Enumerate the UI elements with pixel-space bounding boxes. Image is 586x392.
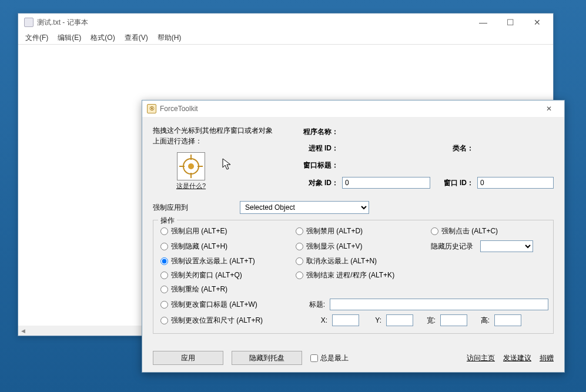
crosshair-icon: [178, 153, 205, 180]
menu-edit[interactable]: 编辑(E): [53, 32, 86, 44]
whatis-link[interactable]: 这是什么?: [176, 182, 206, 189]
svg-point-1: [188, 163, 194, 169]
ft-close-button[interactable]: ✕: [535, 101, 562, 116]
crosshair-picker[interactable]: [177, 152, 205, 180]
menu-file[interactable]: 文件(F): [21, 32, 53, 44]
radio-change-title[interactable]: 强制更改窗口标题 (ALT+W): [160, 299, 296, 310]
forcetoolkit-window: ⦿ ForceToolkit ✕ 拖拽这个光标到其他程序窗口或者对象上面进行选择…: [142, 100, 565, 373]
link-send-suggestion[interactable]: 发送建议: [503, 353, 531, 363]
label-x: X:: [318, 316, 327, 324]
close-button[interactable]: ✕: [524, 14, 551, 31]
notepad-titlebar[interactable]: 测试.txt - 记事本 — ☐ ✕: [18, 14, 553, 31]
hide-to-tray-button[interactable]: 隐藏到托盘: [232, 351, 302, 365]
radio-force-enable[interactable]: 强制启用 (ALT+E): [160, 226, 296, 236]
operations-label: 操作: [158, 216, 177, 226]
radio-force-disable[interactable]: 强制禁用 (ALT+D): [296, 226, 431, 236]
maximize-button[interactable]: ☐: [497, 14, 524, 31]
ft-body: 拖拽这个光标到其他程序窗口或者对象上面进行选择： 这是什么?: [142, 117, 564, 372]
scroll-left-icon[interactable]: ◀: [18, 326, 28, 336]
radio-force-close[interactable]: 强制关闭窗口 (ALT+Q): [160, 270, 296, 280]
link-donate[interactable]: 捐赠: [540, 353, 554, 363]
apply-to-label: 强制应用到: [153, 203, 240, 213]
label-program-name: 程序名称：: [295, 127, 342, 137]
input-title[interactable]: [330, 299, 548, 310]
label-process-id: 进程 ID：: [295, 143, 342, 153]
radio-force-kill[interactable]: 强制结束 进程/程序 (ALT+K): [296, 270, 431, 280]
label-y: Y:: [372, 316, 381, 324]
select-hide-history[interactable]: [480, 240, 533, 252]
radio-cancel-topmost[interactable]: 取消永远最上 (ALT+N): [296, 256, 431, 266]
notepad-title: 测试.txt - 记事本: [37, 18, 470, 28]
apply-to-select[interactable]: Selected Object: [240, 201, 369, 214]
menu-format[interactable]: 格式(O): [86, 32, 119, 44]
input-window-id[interactable]: [477, 177, 554, 189]
radio-force-topmost[interactable]: 强制设置永远最上 (ALT+T): [160, 256, 296, 266]
notepad-menubar: 文件(F) 编辑(E) 格式(O) 查看(V) 帮助(H): [18, 31, 553, 44]
label-hide-history: 隐藏历史记录: [431, 242, 473, 252]
label-window-id: 窗口 ID：: [430, 178, 477, 188]
apply-button[interactable]: 应用: [153, 351, 223, 365]
ft-titlebar[interactable]: ⦿ ForceToolkit ✕: [142, 100, 564, 117]
checkbox-always-top[interactable]: 总是最上: [310, 353, 349, 363]
label-h: 高:: [480, 316, 490, 326]
link-visit-homepage[interactable]: 访问主页: [467, 353, 495, 363]
radio-change-pos[interactable]: 强制更改位置和尺寸 (ALT+R): [160, 314, 296, 326]
radio-force-hide[interactable]: 强制隐藏 (ALT+H): [160, 240, 296, 252]
radio-force-show[interactable]: 强制显示 (ALT+V): [296, 240, 431, 252]
notepad-icon: [24, 18, 34, 27]
minimize-button[interactable]: —: [470, 14, 497, 31]
label-class-name: 类名：: [430, 143, 477, 153]
input-object-id[interactable]: [342, 177, 430, 189]
drag-section: 拖拽这个光标到其他程序窗口或者对象上面进行选择： 这是什么?: [153, 125, 277, 190]
input-h[interactable]: [494, 314, 521, 326]
info-grid: 程序名称： 进程 ID： 类名： 窗口标题： 对象 ID： 窗口 ID：: [295, 125, 554, 190]
radio-force-click[interactable]: 强制点击 (ALT+C): [431, 226, 548, 236]
ft-title: ForceToolkit: [159, 105, 535, 113]
label-title: 标题:: [296, 300, 325, 310]
menu-view[interactable]: 查看(V): [120, 32, 153, 44]
input-y[interactable]: [386, 314, 413, 326]
label-object-id: 对象 ID：: [295, 178, 342, 188]
menu-help[interactable]: 帮助(H): [153, 32, 186, 44]
drag-instruction: 拖拽这个光标到其他程序窗口或者对象上面进行选择：: [153, 125, 277, 146]
operations-fieldset: 操作 强制启用 (ALT+E) 强制禁用 (ALT+D) 强制点击 (ALT+C…: [153, 220, 554, 334]
input-w[interactable]: [440, 314, 467, 326]
label-w: 宽:: [426, 316, 436, 326]
ft-app-icon: ⦿: [147, 104, 156, 113]
label-window-title: 窗口标题：: [295, 160, 342, 170]
radio-force-redraw[interactable]: 强制重绘 (ALT+R): [160, 284, 296, 294]
bottom-bar: 应用 隐藏到托盘 总是最上 访问主页 发送建议 捐赠: [153, 351, 554, 365]
input-x[interactable]: [332, 314, 359, 326]
